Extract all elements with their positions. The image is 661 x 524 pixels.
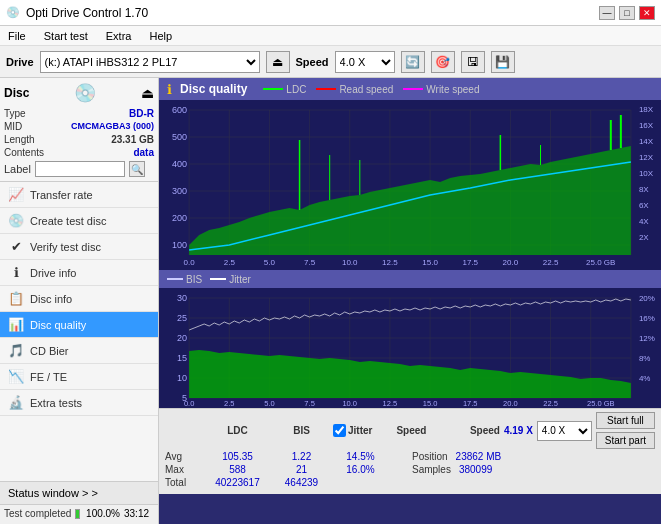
samples-label: Samples	[412, 464, 451, 475]
menu-start-test[interactable]: Start test	[40, 29, 92, 43]
disc-quality-header: ℹ Disc quality LDC Read speed Write spee…	[159, 78, 661, 100]
speed-display-label: Speed	[470, 425, 500, 436]
minimize-button[interactable]: —	[599, 6, 615, 20]
progress-row: Test completed 100.0% 33:12	[4, 508, 154, 519]
jitter-checkbox[interactable]	[333, 424, 346, 437]
write-color-swatch	[403, 88, 423, 90]
sidebar-item-verify-test-disc[interactable]: ✔ Verify test disc	[0, 234, 158, 260]
titlebar-left: 💿 Opti Drive Control 1.70	[6, 6, 148, 20]
start-full-button[interactable]: Start full	[596, 412, 655, 429]
disc-contents-value: data	[133, 147, 154, 158]
titlebar-controls: — □ ✕	[599, 6, 655, 20]
svg-text:12.5: 12.5	[383, 399, 398, 408]
svg-text:8X: 8X	[639, 185, 649, 194]
nav-items: 📈 Transfer rate 💿 Create test disc ✔ Ver…	[0, 182, 158, 481]
svg-text:22.5: 22.5	[543, 399, 558, 408]
main-layout: Disc 💿 ⏏ Type BD-R MID CMCMAGBA3 (000) L…	[0, 78, 661, 524]
svg-text:20: 20	[177, 333, 187, 343]
svg-text:17.5: 17.5	[462, 258, 478, 267]
svg-text:12X: 12X	[639, 153, 654, 162]
label-search-button[interactable]: 🔍	[129, 161, 145, 177]
svg-text:10.0: 10.0	[342, 399, 357, 408]
sidebar-item-fe-te-label: FE / TE	[30, 371, 67, 383]
close-button[interactable]: ✕	[639, 6, 655, 20]
sidebar-item-disc-quality-label: Disc quality	[30, 319, 86, 331]
total-label: Total	[165, 477, 201, 488]
drive-info-icon: ℹ	[8, 265, 24, 280]
menu-file[interactable]: File	[4, 29, 30, 43]
sidebar-item-cd-bier[interactable]: 🎵 CD Bier	[0, 338, 158, 364]
speed-label: Speed	[296, 56, 329, 68]
svg-text:8%: 8%	[639, 354, 651, 363]
disc-type-value: BD-R	[129, 108, 154, 119]
settings-button1[interactable]: 🎯	[431, 51, 455, 73]
position-value: 23862 MB	[456, 451, 502, 462]
svg-text:2.5: 2.5	[224, 258, 236, 267]
sidebar-item-cd-bier-label: CD Bier	[30, 345, 69, 357]
fe-te-icon: 📉	[8, 369, 24, 384]
sidebar-item-disc-quality[interactable]: 📊 Disc quality	[0, 312, 158, 338]
svg-text:22.5: 22.5	[543, 258, 559, 267]
write-legend-label: Write speed	[426, 84, 479, 95]
jitter-legend-item: Jitter	[210, 274, 251, 285]
svg-text:15.0: 15.0	[423, 399, 438, 408]
sidebar-item-transfer-rate[interactable]: 📈 Transfer rate	[0, 182, 158, 208]
avg-label: Avg	[165, 451, 201, 462]
disc-panel-header: Disc 💿 ⏏	[4, 82, 154, 104]
settings-button2[interactable]: 🖫	[461, 51, 485, 73]
svg-text:20.0: 20.0	[503, 399, 518, 408]
svg-text:600: 600	[172, 105, 187, 115]
toolbar: Drive (k:) ATAPI iHBS312 2 PL17 ⏏ Speed …	[0, 46, 661, 78]
sidebar-item-create-test-disc[interactable]: 💿 Create test disc	[0, 208, 158, 234]
refresh-button[interactable]: 🔄	[401, 51, 425, 73]
sidebar-item-transfer-rate-label: Transfer rate	[30, 189, 93, 201]
svg-text:25: 25	[177, 313, 187, 323]
maximize-button[interactable]: □	[619, 6, 635, 20]
create-test-disc-icon: 💿	[8, 213, 24, 228]
svg-text:18X: 18X	[639, 105, 654, 114]
extra-tests-icon: 🔬	[8, 395, 24, 410]
svg-text:2.5: 2.5	[224, 399, 234, 408]
drive-label: Drive	[6, 56, 34, 68]
disc-length-value: 23.31 GB	[111, 134, 154, 145]
svg-text:100: 100	[172, 240, 187, 250]
svg-text:4%: 4%	[639, 374, 651, 383]
disc-label-input[interactable]	[35, 161, 125, 177]
sidebar-item-extra-tests[interactable]: 🔬 Extra tests	[0, 390, 158, 416]
disc-label-label: Label	[4, 163, 31, 175]
status-window-button[interactable]: Status window > >	[0, 481, 158, 504]
disc-length-row: Length 23.31 GB	[4, 134, 154, 145]
svg-text:300: 300	[172, 186, 187, 196]
speed-display-value: 4.19 X	[504, 425, 533, 436]
bis-jitter-legend: BIS Jitter	[159, 270, 661, 288]
cd-bier-icon: 🎵	[8, 343, 24, 358]
svg-text:14X: 14X	[639, 137, 654, 146]
read-color-swatch	[316, 88, 336, 90]
svg-text:0.0: 0.0	[184, 399, 194, 408]
svg-text:2X: 2X	[639, 233, 649, 242]
svg-text:15: 15	[177, 353, 187, 363]
sidebar-item-fe-te[interactable]: 📉 FE / TE	[0, 364, 158, 390]
menu-extra[interactable]: Extra	[102, 29, 136, 43]
read-legend-label: Read speed	[339, 84, 393, 95]
progress-bar-fill	[76, 510, 79, 518]
samples-value: 380099	[459, 464, 492, 475]
app-icon: 💿	[6, 6, 20, 19]
speed-display-select[interactable]: 4.0 X	[537, 421, 592, 441]
sidebar-item-disc-info[interactable]: 📋 Disc info	[0, 286, 158, 312]
status-window-label: Status window > >	[8, 487, 98, 499]
speed-select[interactable]: 4.0 X 8.0 X 1.0 X	[335, 51, 395, 73]
svg-text:6X: 6X	[639, 201, 649, 210]
dq-legend: LDC Read speed Write speed	[263, 84, 479, 95]
drive-select[interactable]: (k:) ATAPI iHBS312 2 PL17	[40, 51, 260, 73]
save-button[interactable]: 💾	[491, 51, 515, 73]
menu-help[interactable]: Help	[145, 29, 176, 43]
disc-info-icon: 📋	[8, 291, 24, 306]
jitter-header: Jitter	[348, 425, 372, 436]
sidebar-item-create-test-disc-label: Create test disc	[30, 215, 106, 227]
start-part-button[interactable]: Start part	[596, 432, 655, 449]
sidebar-item-drive-info[interactable]: ℹ Drive info	[0, 260, 158, 286]
verify-test-disc-icon: ✔	[8, 239, 24, 254]
svg-text:7.5: 7.5	[304, 399, 314, 408]
eject-button[interactable]: ⏏	[266, 51, 290, 73]
